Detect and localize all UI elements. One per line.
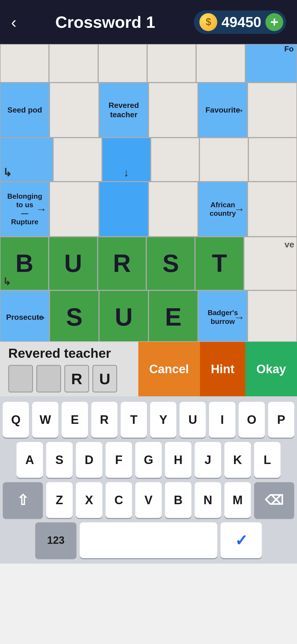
keyboard-row-4: 123 ✓ [3, 522, 294, 558]
letter-T: T [212, 249, 227, 278]
cell-2-5[interactable] [248, 138, 297, 182]
key-X[interactable]: X [76, 482, 102, 518]
letter-U2: U [115, 303, 133, 331]
key-L[interactable]: L [254, 442, 280, 478]
cancel-button[interactable]: Cancel [138, 342, 200, 396]
key-G[interactable]: G [135, 442, 162, 478]
crossword-grid: Fo Seed pod Reveredteacher Favourite → ↳… [0, 44, 297, 341]
answer-bar: Revered teacher R U Cancel Hint Okay [0, 341, 297, 396]
key-Z[interactable]: Z [46, 482, 73, 518]
revered-teacher-clue-top: Reveredteacher [106, 99, 141, 121]
key-O[interactable]: O [239, 402, 265, 438]
key-W[interactable]: W [32, 402, 58, 438]
coin-display: $ 49450 + [194, 10, 286, 34]
hint-button[interactable]: Hint [200, 342, 246, 396]
letter-S2: S [66, 303, 82, 331]
cell-3-5[interactable] [248, 182, 297, 237]
back-button[interactable]: ‹ [11, 13, 16, 32]
cell-1-5[interactable] [248, 83, 297, 138]
key-J[interactable]: J [195, 442, 221, 478]
cell-5-0[interactable]: Prosecute → [0, 290, 50, 341]
cell-0-0[interactable] [0, 44, 49, 83]
cell-2-1[interactable] [53, 138, 102, 182]
cell-5-2[interactable]: U [99, 290, 148, 341]
cell-4-2[interactable]: R [98, 237, 146, 290]
cell-4-3[interactable]: S [146, 237, 195, 290]
answer-box-3[interactable]: R [64, 365, 89, 392]
key-P[interactable]: P [268, 402, 294, 438]
cell-0-3[interactable] [147, 44, 196, 83]
answer-box-4[interactable]: U [92, 365, 117, 392]
key-V[interactable]: V [135, 482, 162, 518]
key-R[interactable]: R [91, 402, 117, 438]
cell-1-2[interactable]: Reveredteacher [99, 83, 148, 138]
cell-0-4[interactable] [196, 44, 245, 83]
answer-box-1[interactable] [8, 365, 33, 392]
answer-box-2[interactable] [36, 365, 61, 392]
cell-2-4[interactable] [199, 138, 248, 182]
cell-4-5[interactable]: ve [244, 237, 297, 290]
cell-3-0[interactable]: Belongingto us—Rupture → [0, 182, 50, 237]
key-Y[interactable]: Y [150, 402, 176, 438]
game-title: Crossword 1 [55, 13, 155, 32]
coin-amount: 49450 [221, 14, 261, 30]
space-key[interactable] [80, 522, 217, 558]
cell-2-2[interactable]: ↓ [102, 138, 151, 182]
coin-icon: $ [199, 13, 217, 31]
action-buttons: Cancel Hint Okay [138, 342, 297, 396]
grid-row-1: Seed pod Reveredteacher Favourite → [0, 83, 297, 138]
keyboard-row-3: ⇧ Z X C V B N M ⌫ [3, 482, 294, 518]
cell-5-3[interactable]: E [148, 290, 198, 341]
key-C[interactable]: C [106, 482, 132, 518]
okay-button[interactable]: Okay [245, 342, 297, 396]
keyboard-row-2: A S D F G H J K L [3, 442, 294, 478]
key-K[interactable]: K [224, 442, 251, 478]
key-D[interactable]: D [76, 442, 102, 478]
key-M[interactable]: M [224, 482, 251, 518]
key-I[interactable]: I [209, 402, 235, 438]
cell-1-3[interactable] [148, 83, 198, 138]
cell-4-1[interactable]: U [49, 237, 97, 290]
cell-5-1[interactable]: S [50, 290, 99, 341]
grid-row-5: Prosecute → S U E Badger'sburrow → [0, 290, 297, 341]
cell-3-1[interactable] [50, 182, 99, 237]
cell-2-3[interactable] [151, 138, 199, 182]
cell-5-5[interactable] [248, 290, 297, 341]
grid-row-2: ↳ ↓ [0, 138, 297, 182]
grid-row-4: B ↳ U R S T ve [0, 237, 297, 290]
cell-0-5[interactable]: Fo [245, 44, 297, 83]
letter-E: E [165, 303, 182, 331]
key-Q[interactable]: Q [3, 402, 29, 438]
cell-4-0[interactable]: B ↳ [0, 237, 49, 290]
key-A[interactable]: A [16, 442, 43, 478]
cell-0-1[interactable] [49, 44, 98, 83]
cell-3-3[interactable] [148, 182, 198, 237]
cell-5-4[interactable]: Badger'sburrow → [198, 290, 248, 341]
grid-row-0: Fo [0, 44, 297, 83]
cell-2-0[interactable]: ↳ [0, 138, 53, 182]
cell-1-0[interactable]: Seed pod [0, 83, 50, 138]
key-H[interactable]: H [165, 442, 191, 478]
key-E[interactable]: E [62, 402, 88, 438]
key-B[interactable]: B [165, 482, 191, 518]
key-N[interactable]: N [195, 482, 221, 518]
key-S[interactable]: S [46, 442, 73, 478]
cell-1-4[interactable]: Favourite → [198, 83, 248, 138]
cell-3-4[interactable]: Africancountry → [198, 182, 248, 237]
cell-0-2[interactable] [98, 44, 147, 83]
key-F[interactable]: F [106, 442, 132, 478]
cell-1-1[interactable] [50, 83, 99, 138]
key-U[interactable]: U [180, 402, 206, 438]
keyboard: Q W E R T Y U I O P A S D F G H J K L ⇧ … [0, 396, 297, 564]
backspace-key[interactable]: ⌫ [254, 482, 294, 518]
numbers-key[interactable]: 123 [35, 522, 76, 558]
seed-pod-clue: Seed pod [5, 103, 44, 117]
cell-4-4[interactable]: T [195, 237, 244, 290]
shift-key[interactable]: ⇧ [3, 482, 43, 518]
letter-R: R [113, 249, 131, 278]
checkmark-key[interactable]: ✓ [221, 522, 262, 558]
key-T[interactable]: T [121, 402, 147, 438]
letter-S: S [163, 249, 179, 278]
coin-add-button[interactable]: + [265, 13, 283, 31]
cell-3-2[interactable] [99, 182, 148, 237]
